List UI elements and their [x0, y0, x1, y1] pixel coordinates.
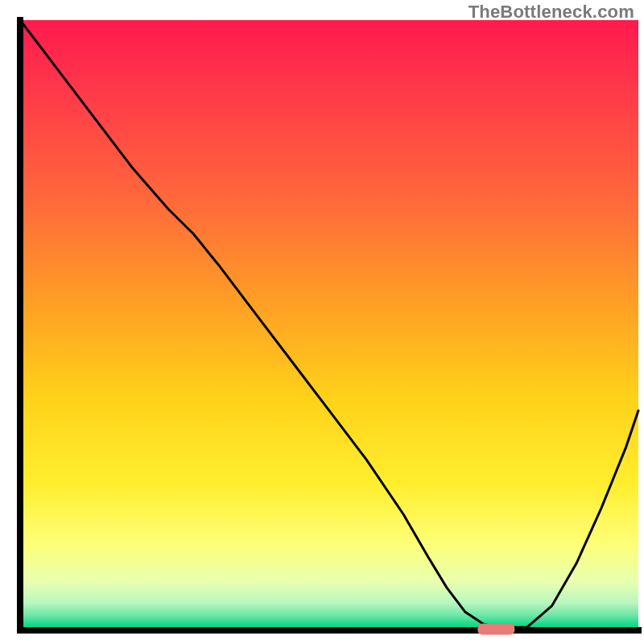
optimum-marker: [477, 623, 514, 634]
watermark-text: TheBottleneck.com: [469, 2, 634, 23]
bottleneck-chart: [0, 0, 644, 644]
chart-frame: TheBottleneck.com: [0, 0, 644, 644]
plot-background: [20, 20, 638, 630]
